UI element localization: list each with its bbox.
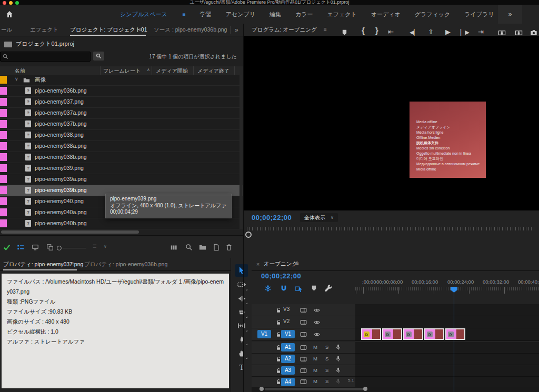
tab-program-monitor[interactable]: プログラム: オープニング — [252, 26, 317, 34]
workspace-tab-libraries[interactable]: ライブラリ — [464, 11, 494, 18]
timeline-panel-menu-icon[interactable]: ≡ — [296, 260, 299, 266]
file-row[interactable]: ?pipo-enemy039.png — [0, 163, 243, 174]
eye-icon[interactable] — [313, 319, 321, 326]
file-name[interactable]: pipo-enemy037.png — [35, 98, 84, 105]
eye-icon[interactable] — [313, 331, 321, 338]
track-output-icon[interactable] — [300, 319, 307, 326]
search-input[interactable] — [0, 52, 91, 62]
export-frame-button[interactable] — [530, 29, 537, 36]
tab-effects[interactable]: エフェクト — [30, 26, 58, 34]
nested-sequence-icon[interactable] — [264, 285, 272, 292]
home-icon[interactable] — [5, 10, 14, 18]
mic-icon[interactable] — [335, 367, 342, 374]
label-chip-magenta[interactable] — [0, 208, 7, 216]
file-name[interactable]: pipo-enemy039b.png — [35, 187, 87, 193]
mute-button[interactable]: M — [313, 344, 317, 350]
file-row[interactable]: ?pipo-enemy037.png — [0, 97, 243, 108]
step-forward-button[interactable]: ▏▶ — [461, 28, 470, 36]
track-name-badge[interactable]: A2 — [281, 355, 295, 363]
track-output-icon[interactable] — [300, 344, 307, 351]
tab-tools-clipped[interactable]: ール — [1, 26, 12, 34]
zoom-handle-left[interactable] — [259, 387, 264, 391]
vertical-scrollbar[interactable] — [239, 75, 243, 229]
track-name[interactable]: V2 — [283, 318, 290, 324]
extract-button[interactable] — [498, 29, 506, 37]
workspace-overflow-button[interactable]: » — [498, 5, 522, 24]
solo-button[interactable]: S — [325, 378, 328, 384]
automate-to-sequence-button[interactable] — [170, 244, 177, 251]
expand-chevron-icon[interactable]: ∨ — [15, 76, 18, 82]
track-name-badge[interactable]: A4 — [281, 378, 295, 386]
file-name[interactable]: pipo-enemy040.png — [35, 198, 84, 204]
file-row[interactable]: ?pipo-enemy037b.png — [0, 119, 243, 130]
workspace-tab-audio[interactable]: オーディオ — [371, 11, 401, 18]
sort-ascending-icon[interactable]: ∧ — [147, 67, 150, 72]
label-chip-magenta[interactable] — [0, 219, 7, 227]
lift-button[interactable]: ⇧ — [428, 28, 434, 36]
tab-project[interactable]: プロジェクト: プロジェクト01 — [70, 26, 147, 34]
lock-icon[interactable] — [275, 319, 282, 326]
track-output-icon[interactable] — [300, 356, 307, 363]
timeline-clip[interactable]: fx — [403, 328, 423, 340]
mic-icon[interactable] — [335, 344, 342, 351]
file-row[interactable]: ?pipo-enemy038.png — [0, 130, 243, 141]
track-content-a3[interactable] — [355, 365, 539, 377]
timeline-clip[interactable]: fx — [424, 328, 444, 340]
icon-view-button[interactable] — [32, 244, 39, 251]
solo-button[interactable]: S — [325, 344, 328, 350]
ripple-edit-tool[interactable] — [235, 292, 248, 305]
track-name-badge[interactable]: V1 — [281, 330, 295, 338]
file-name[interactable]: pipo-enemy038b.png — [35, 154, 87, 160]
track-content-v2[interactable] — [355, 316, 539, 328]
add-marker-button[interactable] — [341, 29, 348, 36]
folder-name[interactable]: 画像 — [35, 76, 46, 84]
file-row[interactable]: ?pipo-enemy038b.png — [0, 152, 243, 163]
type-tool[interactable]: T — [235, 361, 248, 374]
timeline-clip[interactable]: fx — [361, 328, 381, 340]
label-chip-magenta[interactable] — [0, 98, 7, 106]
solo-button[interactable]: S — [325, 367, 328, 373]
selection-tool[interactable] — [235, 264, 248, 277]
mute-button[interactable]: M — [313, 378, 317, 384]
zoom-slider-track[interactable] — [63, 248, 86, 248]
sort-chevron-icon[interactable]: ∨ — [104, 244, 107, 249]
workspace-tab-graphics[interactable]: グラフィック — [415, 11, 451, 18]
column-name[interactable]: 名前 — [15, 67, 25, 75]
label-chip-magenta[interactable] — [0, 87, 7, 95]
go-to-in-button[interactable]: ⇤ — [388, 28, 394, 36]
sort-options-button[interactable]: ≡ — [93, 242, 97, 250]
file-name[interactable]: pipo-enemy039a.png — [35, 176, 87, 182]
label-chip-magenta[interactable] — [0, 197, 7, 205]
workspace-menu-icon[interactable]: ≡ — [183, 12, 186, 17]
tab-source-monitor[interactable]: ソース : pipo-enemy036b.png — [154, 26, 227, 34]
timeline-timecode[interactable]: 00;00;22;00 — [261, 272, 301, 280]
label-chip-magenta[interactable] — [0, 186, 7, 194]
track-output-icon[interactable] — [300, 378, 307, 385]
file-name[interactable]: pipo-enemy036b.png — [35, 87, 87, 94]
label-chip-magenta[interactable] — [0, 131, 7, 139]
mark-out-button[interactable]: } — [375, 26, 378, 35]
label-chip-magenta[interactable] — [0, 120, 7, 128]
comparison-view-button[interactable] — [515, 29, 523, 37]
timeline-clip[interactable]: fx — [382, 328, 402, 340]
track-output-icon[interactable] — [300, 367, 307, 374]
track-content-a1[interactable] — [355, 342, 539, 354]
track-name[interactable]: V3 — [283, 306, 290, 312]
workspace-tab-editing[interactable]: 編集 — [270, 11, 281, 18]
file-name[interactable]: pipo-enemy040a.png — [35, 209, 87, 215]
eye-icon[interactable] — [313, 307, 321, 314]
program-mini-timeline[interactable] — [247, 227, 536, 233]
writable-check-icon[interactable] — [3, 244, 11, 251]
track-output-icon[interactable] — [300, 331, 307, 338]
list-view-button[interactable] — [17, 244, 24, 251]
freeform-view-button[interactable] — [46, 244, 54, 251]
step-back-button[interactable]: ◀▏ — [410, 28, 418, 36]
go-to-out-button[interactable]: ⇥ — [478, 28, 484, 36]
file-name[interactable]: pipo-enemy039.png — [35, 165, 84, 171]
program-timecode[interactable]: 00;00;22;00 — [252, 214, 292, 222]
pen-tool[interactable] — [235, 333, 248, 346]
project-panel-menu-icon[interactable]: ≡ — [139, 26, 142, 32]
playhead-line[interactable] — [454, 287, 454, 392]
column-framerate[interactable]: フレームレート — [103, 67, 141, 75]
timeline-settings-wrench-icon[interactable] — [324, 284, 332, 292]
